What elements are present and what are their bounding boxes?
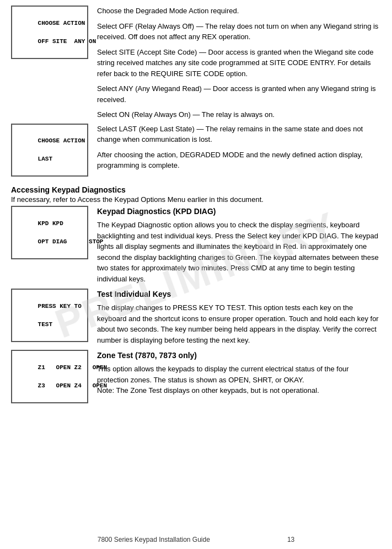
section-choose-action-top: CHOOSE ACTION OFF SITE ANY ON Choose the… [11, 6, 381, 120]
section-press-key-to-test: PRESS KEY TO TEST Test Individual Keys T… [11, 289, 381, 345]
para-off: Select OFF (Relay Always Off) — The rela… [97, 21, 381, 42]
lcd-kpd-diag: KPD KPD OPT DIAG STOP [11, 206, 88, 259]
section-kpd-diag: KPD KPD OPT DIAG STOP Keypad Diagnostics… [11, 206, 381, 284]
footer-left: 7800 Series Keypad Installation Guide [98, 536, 210, 543]
lcd-line1: CHOOSE ACTION [38, 137, 85, 144]
lcd-choose-action-top: CHOOSE ACTION OFF SITE ANY ON [11, 6, 88, 59]
lcd-line1: PRESS KEY TO [38, 303, 82, 310]
zone-test-heading: Zone Test (7870, 7873 only) [97, 350, 381, 361]
section-text-press-key: Test Individual Keys The display changes… [97, 289, 381, 345]
para-site: Select SITE (Accept Site Code) — Door ac… [97, 47, 381, 79]
section-text-zone-test: Zone Test (7870, 7873 only) This option … [97, 350, 381, 396]
section-text-choose-action-top: Choose the Degraded Mode Action required… [97, 6, 381, 120]
accessing-heading: Accessing Keypad Diagnostics [11, 185, 381, 194]
section-text-choose-action-last: Select LAST (Keep Last State) — The rela… [97, 124, 381, 171]
para-intro: Choose the Degraded Mode Action required… [97, 6, 381, 17]
page-footer: 7800 Series Keypad Installation Guide 13 [0, 536, 392, 543]
section-choose-action-last: CHOOSE ACTION LAST Select LAST (Keep Las… [11, 124, 381, 177]
lcd-line2: TEST [38, 321, 52, 328]
para-complete: After choosing the action, DEGRADED MODE… [97, 150, 381, 171]
lcd-press-key-to-test: PRESS KEY TO TEST [11, 289, 88, 342]
footer-right: 13 [287, 536, 294, 543]
para-on: Select ON (Relay Always On) — The relay … [97, 109, 381, 120]
press-key-text: The display changes to PRESS KEY TO TEST… [97, 302, 381, 345]
lcd-line2: OPT DIAG STOP [38, 238, 104, 245]
para-any: Select ANY (Any Wiegand Read) — Door acc… [97, 83, 381, 105]
lcd-line1: KPD KPD [38, 220, 63, 227]
para-last: Select LAST (Keep Last State) — The rela… [97, 124, 381, 145]
press-key-heading: Test Individual Keys [97, 289, 381, 300]
accessing-heading-row: Accessing Keypad Diagnostics If necessar… [11, 185, 381, 204]
accessing-subtext: If necessary, refer to Access the Keypad… [11, 195, 381, 204]
zone-test-text: This option allows the keypads to displa… [97, 364, 381, 396]
section-text-kpd-diag: Keypad Diagnostics (KPD DIAG) The Keypad… [97, 206, 381, 284]
page-content: CHOOSE ACTION OFF SITE ANY ON Choose the… [11, 6, 381, 408]
kpd-diag-text: The Keypad Diagnostic option allows you … [97, 220, 381, 284]
lcd-line1: CHOOSE ACTION [38, 20, 85, 26]
section-zone-test: Z1 OPEN Z2 OPEN Z3 OPEN Z4 OPEN Zone Tes… [11, 350, 381, 403]
lcd-choose-action-last: CHOOSE ACTION LAST [11, 124, 88, 177]
kpd-diag-heading: Keypad Diagnostics (KPD DIAG) [97, 206, 381, 217]
lcd-line2: OFF SITE ANY ON [38, 38, 96, 45]
lcd-line2: LAST [38, 156, 52, 162]
lcd-zone-test: Z1 OPEN Z2 OPEN Z3 OPEN Z4 OPEN [11, 350, 88, 403]
